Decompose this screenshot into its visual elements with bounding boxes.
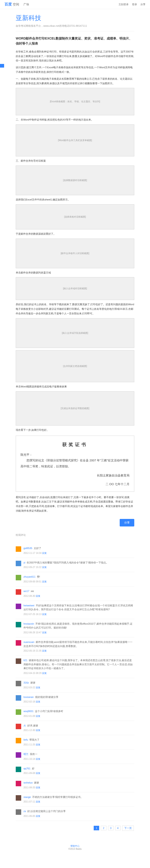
reply-link[interactable]: 回复 <box>36 815 40 817</box>
reply-link[interactable]: 回复 <box>42 613 47 616</box>
logo[interactable]: 百度 空间 广场 <box>5 2 29 7</box>
reply-link[interactable]: 回复 <box>36 786 40 789</box>
page-1[interactable]: 1 <box>94 826 99 830</box>
reply-link[interactable]: 回复 <box>36 758 40 760</box>
avatar[interactable] <box>16 575 21 580</box>
avatar[interactable] <box>16 658 21 664</box>
avatar[interactable] <box>16 781 21 786</box>
tab-home[interactable]: 广场 <box>24 2 29 6</box>
comment-text: 好 <box>32 767 34 770</box>
avatar[interactable] <box>16 603 21 609</box>
nav-signup[interactable]: 登录 <box>132 3 137 6</box>
page-header: 百度 空间 广场 立刻登录 登录 分享 <box>0 0 150 9</box>
comment-item: zhuyanli11赞!2012-09-06 09:51 回复 <box>16 572 134 587</box>
comment-item: yi在2007中插入域在哪里?我找不到插入域的命令?谢谢了!期待你一下指点。20… <box>16 558 134 572</box>
nav-login[interactable]: 立刻登录 <box>118 3 128 6</box>
comment-meta: 2012-07-25 16:13 回复 <box>24 613 134 616</box>
comment-username[interactable]: zs <box>24 810 26 812</box>
comment-username[interactable]: wxheluo <box>24 781 33 784</box>
avatar[interactable] <box>16 738 21 743</box>
avatar[interactable] <box>16 561 21 566</box>
logo-text: 百度 <box>5 2 12 7</box>
avatar[interactable] <box>16 622 21 627</box>
avatar[interactable] <box>16 695 21 701</box>
comment-meta: 2011-06-05 回复 <box>24 814 134 818</box>
avatar[interactable] <box>16 767 21 772</box>
comment-username[interactable]: heiweiwei <box>24 604 34 607</box>
avatar[interactable] <box>16 546 21 552</box>
comment-meta: 2012-03-22 回复 <box>24 686 134 689</box>
comment-meta: 2011-12-30 回复 <box>24 728 134 732</box>
comment-username[interactable]: xuanxuan <box>24 641 34 643</box>
reply-link[interactable]: 回复 <box>36 715 40 717</box>
reply-link[interactable]: 回复 <box>36 772 40 774</box>
comment-item: 316z谢谢2012-03-22 回复 <box>16 678 134 692</box>
comment-meta: 2012-06-28 10:47 回复 <box>24 631 134 634</box>
paragraph: 一、创建电子表格,因为我的电子表格是从长阳教育网下载的结果公示,已包含了获奖者的… <box>16 77 134 86</box>
cert-name: 陈光平： <box>21 452 129 457</box>
comment-item: xiaoge不错的方法谢谢分享!我经常要打印很多证书。2011-07-11 回复 <box>16 793 134 807</box>
article-title: WORD邮件合并打印EXCEL数据制作大量奖证、奖状、准考证、成绩单、明信片、信… <box>16 36 134 46</box>
avatar[interactable] <box>16 640 21 646</box>
avatar[interactable] <box>16 795 21 801</box>
reply-link[interactable]: 回复 <box>36 729 40 732</box>
reply-link[interactable]: 回复 <box>42 552 47 554</box>
comment-text: 邮件合并很功能,word里有些字段不能合并出来,只能分着时间,分别合并?如果直接… <box>24 641 133 647</box>
avatar[interactable] <box>16 709 21 715</box>
comment-meta: 2011-07-11 回复 <box>24 800 134 804</box>
comment-meta: 2012-09-06 09:51 回复 <box>24 580 134 584</box>
page-4[interactable]: 4 <box>115 826 121 830</box>
screenshot-insert-field: [插入合并域字段选择截图] <box>16 318 134 348</box>
reply-link[interactable]: 回复 <box>36 743 40 746</box>
comment-username[interactable]: 火 <box>24 724 26 727</box>
reply-link[interactable]: 回复 <box>42 631 47 634</box>
reply-link[interactable]: 回复 <box>42 566 47 568</box>
comment-username[interactable]: wx17 <box>24 590 29 592</box>
screenshot-preview: [完成合并后的证书预览截图] <box>16 391 134 426</box>
screenshot-fields: [插入合并域对话框截图] <box>16 277 134 300</box>
avatar[interactable] <box>16 589 21 595</box>
comment-meta: 2012-04-15 08:29 回复 <box>24 672 134 675</box>
reply-link[interactable]: 回复 <box>36 701 40 703</box>
footer-help-link[interactable]: 帮助中心 <box>70 845 80 847</box>
comment-text: 谢谢外包公司老师,都会问这个问题,我学会了。本来我还在愁怎么处理,找了很多方法,… <box>24 659 133 670</box>
comment-username[interactable]: gsl8535 <box>24 547 32 550</box>
comment-username[interactable]: wsq9831 <box>24 710 34 713</box>
avatar[interactable] <box>16 724 21 729</box>
avatar[interactable] <box>16 809 21 815</box>
comment-username[interactable]: 明兰 <box>24 753 29 755</box>
comment-item: heiweiwei不好!如果把这个文档存放下来后,以后每次打开时都会出现一个对话… <box>16 601 134 619</box>
page-next[interactable]: 下一页 <box>122 826 134 831</box>
avatar[interactable] <box>16 681 21 686</box>
comment-username[interactable]: liefu <box>24 738 28 741</box>
reply-link[interactable]: 回复 <box>36 595 40 597</box>
comment-username[interactable]: hnxiaoxin <box>24 622 34 625</box>
comment-meta: 2012-02-18 回复 <box>24 700 134 704</box>
comment-item: liefu帮我大了2011-11-25 回复 <box>16 735 134 749</box>
comment-username[interactable]: zhuyanli11 <box>24 575 36 578</box>
comment-username[interactable]: li21 <box>24 659 27 662</box>
reply-link[interactable]: 回复 <box>36 686 40 689</box>
reply-link[interactable]: 回复 <box>42 580 47 583</box>
comment-username[interactable]: loveanan <box>24 695 34 699</box>
page-2[interactable]: 2 <box>101 826 106 830</box>
reply-link[interactable]: 回复 <box>42 672 47 674</box>
share-button[interactable]: 分享 <box>120 519 134 527</box>
page-3[interactable]: 3 <box>108 826 114 830</box>
comment-meta: 2011-11-25 回复 <box>24 743 134 747</box>
reply-link[interactable]: 回复 <box>42 650 47 652</box>
cert-footer-org: 长阳土家族自治县教育局 <box>21 473 129 478</box>
comment-username[interactable]: 316z <box>24 681 29 684</box>
paragraph: 于是邮件合并的数据源就设置好了。 <box>16 232 134 236</box>
nav-share[interactable]: 分享 <box>141 3 145 6</box>
paragraph: 三、邮件合并向导对话框里 <box>16 159 134 163</box>
avatar[interactable] <box>16 752 21 758</box>
reply-link[interactable]: 回复 <box>36 800 40 803</box>
comment-text: 不错!我以前也用过,就是没保存。现在使用office2010了,邮件合并功能应用… <box>24 622 133 629</box>
comment-username[interactable]: xiaoge <box>24 796 31 798</box>
screenshot-merge-doc: [合并到新文档选项截图] <box>16 350 134 382</box>
comment-username[interactable]: qq761 <box>24 767 31 770</box>
share-side-tab[interactable]: 分享到 <box>0 64 4 68</box>
comment-username[interactable]: yi <box>24 561 25 564</box>
comment-item: xuanxuan邮件合并很功能,word里有些字段不能合并出来,只能分着时间,分… <box>16 638 134 656</box>
